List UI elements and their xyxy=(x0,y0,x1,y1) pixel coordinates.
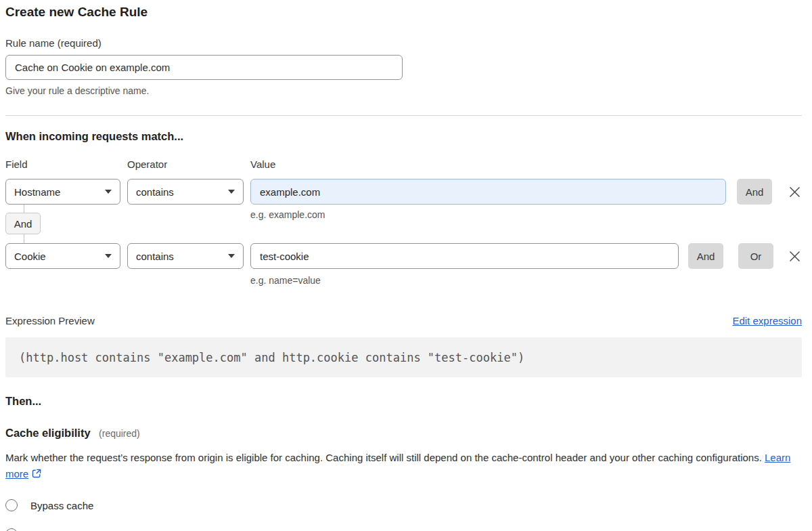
condition-column-labels: Field Operator Value xyxy=(5,158,802,170)
cache-eligibility-title-row: Cache eligibility (required) xyxy=(5,427,802,440)
edit-expression-link[interactable]: Edit expression xyxy=(732,315,802,326)
expression-code: (http.host contains "example.com" and ht… xyxy=(5,337,802,377)
eligible-for-cache-label: Eligible for cache xyxy=(30,529,114,531)
create-cache-rule-form: Create new Cache Rule Rule name (require… xyxy=(0,0,812,531)
remove-condition-button[interactable] xyxy=(787,179,802,205)
then-heading: Then... xyxy=(5,395,802,408)
field-select[interactable]: Cookie xyxy=(5,243,120,269)
page-title: Create new Cache Rule xyxy=(5,4,802,20)
value-input[interactable] xyxy=(250,243,679,269)
field-select[interactable]: Hostname xyxy=(5,179,120,205)
operator-select-value: contains xyxy=(136,186,174,198)
chevron-down-icon xyxy=(105,190,112,194)
operator-column-label: Operator xyxy=(127,158,250,170)
cache-eligibility-description: Mark whether the request’s response from… xyxy=(5,450,802,482)
operator-select-value: contains xyxy=(136,251,174,262)
radio-selected-icon[interactable] xyxy=(5,528,18,531)
and-connector-button[interactable]: And xyxy=(5,213,41,234)
close-icon xyxy=(788,186,801,198)
chevron-down-icon xyxy=(228,254,235,258)
rule-name-helper: Give your rule a descriptive name. xyxy=(5,85,802,96)
cache-eligibility-title: Cache eligibility xyxy=(5,427,91,439)
radio-unselected-icon[interactable] xyxy=(5,499,18,511)
remove-condition-button[interactable] xyxy=(787,243,802,269)
expression-preview-label: Expression Preview xyxy=(5,315,95,326)
condition-connector-band: And e.g. example.com xyxy=(5,205,802,243)
chevron-down-icon xyxy=(228,190,235,194)
condition-row: Hostname contains And xyxy=(5,179,802,205)
close-icon xyxy=(788,250,801,263)
value-hint: e.g. example.com xyxy=(250,209,325,220)
rule-name-input[interactable] xyxy=(5,55,403,80)
chevron-down-icon xyxy=(105,254,112,258)
or-button[interactable]: Or xyxy=(738,243,773,269)
condition-row: Cookie contains And Or xyxy=(5,243,802,269)
value-column-label: Value xyxy=(250,158,802,170)
external-link-icon xyxy=(31,468,42,479)
bypass-cache-label: Bypass cache xyxy=(30,500,93,511)
eligible-for-cache-option[interactable]: Eligible for cache xyxy=(5,528,802,531)
required-tag: (required) xyxy=(99,428,140,439)
description-text: Mark whether the request’s response from… xyxy=(5,452,762,463)
rule-name-label: Rule name (required) xyxy=(5,37,802,49)
value-input[interactable] xyxy=(250,179,726,205)
field-select-value: Hostname xyxy=(14,186,60,198)
field-select-value: Cookie xyxy=(14,251,46,262)
operator-select[interactable]: contains xyxy=(127,179,244,205)
bypass-cache-option[interactable]: Bypass cache xyxy=(5,499,802,511)
and-button[interactable]: And xyxy=(737,179,772,205)
field-column-label: Field xyxy=(5,158,127,170)
and-button[interactable]: And xyxy=(688,243,723,269)
match-heading: When incoming requests match... xyxy=(5,130,802,143)
operator-select[interactable]: contains xyxy=(127,243,244,269)
section-divider xyxy=(5,115,802,116)
expression-preview-header: Expression Preview Edit expression xyxy=(5,315,802,326)
value-hint: e.g. name=value xyxy=(250,275,802,286)
